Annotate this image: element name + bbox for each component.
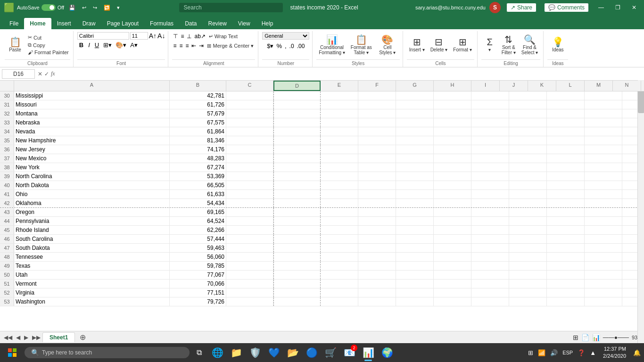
cell-col-c[interactable] [226, 280, 273, 288]
fill-color-button[interactable]: 🎨▾ [114, 41, 128, 49]
cell-col-l[interactable] [585, 109, 622, 118]
cell-col-k[interactable] [547, 136, 585, 145]
cell-state-name[interactable]: Rhode Island [14, 226, 170, 234]
cell-col-h[interactable] [434, 181, 471, 189]
cell-col-i[interactable] [471, 244, 509, 252]
row-number[interactable]: 36 [0, 145, 14, 154]
cell-col-g[interactable] [396, 163, 434, 172]
table-row[interactable]: 30Mississippi42,781 [0, 91, 644, 100]
cell-col-h[interactable] [434, 244, 471, 252]
cell-state-name[interactable]: Missouri [14, 100, 170, 109]
cell-col-g[interactable] [396, 181, 434, 189]
cell-col-e[interactable] [321, 226, 358, 234]
cell-col-h[interactable] [434, 118, 471, 127]
taskbar-search-bar[interactable]: 🔍 Type here to search [25, 347, 190, 358]
cell-col-k[interactable] [547, 226, 585, 234]
table-row[interactable]: 33Nebraska67,575 [0, 118, 644, 127]
cell-col-j[interactable] [509, 181, 547, 189]
tab-draw[interactable]: Draw [77, 18, 101, 29]
cell-col-e[interactable] [321, 181, 358, 189]
autosave-switch[interactable] [41, 4, 56, 11]
cell-col-k[interactable] [547, 235, 585, 243]
layout-normal-icon[interactable]: ⊞ [573, 334, 578, 341]
font-name-input[interactable] [77, 32, 129, 40]
cell-col-f[interactable] [358, 181, 396, 189]
col-header-m[interactable]: M [585, 81, 613, 91]
cell-col-j[interactable] [509, 145, 547, 154]
cell-col-d[interactable] [273, 288, 321, 297]
scroll-left-icon[interactable]: ◀◀ [2, 334, 14, 341]
cell-income-value[interactable]: 79,726 [170, 297, 226, 306]
cell-col-h[interactable] [434, 271, 471, 279]
cell-col-i[interactable] [471, 154, 509, 163]
cell-col-c[interactable] [226, 271, 273, 279]
cell-col-i[interactable] [471, 100, 509, 109]
cell-col-j[interactable] [509, 154, 547, 163]
cell-col-d[interactable] [273, 109, 321, 118]
cell-state-name[interactable]: New Hampshire [14, 136, 170, 145]
cell-col-j[interactable] [509, 288, 547, 297]
ideas-button[interactable]: 💡 Ideas [547, 36, 568, 54]
cell-col-g[interactable] [396, 127, 434, 136]
insert-function-icon[interactable]: fx [51, 70, 55, 77]
row-number[interactable]: 44 [0, 217, 14, 225]
cell-col-h[interactable] [434, 145, 471, 154]
tab-file[interactable]: File [4, 18, 24, 29]
taskbar-app-edge[interactable]: 🌐 [208, 344, 226, 362]
cell-col-e[interactable] [321, 288, 358, 297]
cell-state-name[interactable]: Virginia [14, 288, 170, 297]
tab-formulas[interactable]: Formulas [144, 18, 179, 29]
cell-col-h[interactable] [434, 262, 471, 270]
cell-income-value[interactable]: 59,463 [170, 244, 226, 252]
format-button[interactable]: ⊞ Format ▾ [451, 36, 474, 54]
cell-col-g[interactable] [396, 226, 434, 234]
cell-col-h[interactable] [434, 154, 471, 163]
cell-col-g[interactable] [396, 253, 434, 261]
cell-col-f[interactable] [358, 262, 396, 270]
sum-button[interactable]: Σ ▾ [481, 36, 498, 54]
row-number[interactable]: 32 [0, 109, 14, 118]
cell-col-g[interactable] [396, 136, 434, 145]
cell-col-h[interactable] [434, 91, 471, 100]
font-color-button[interactable]: A▾ [129, 41, 139, 49]
cell-col-j[interactable] [509, 226, 547, 234]
cell-col-e[interactable] [321, 154, 358, 163]
cell-col-k[interactable] [547, 199, 585, 207]
cell-col-j[interactable] [509, 253, 547, 261]
cell-col-g[interactable] [396, 297, 434, 306]
cell-col-l[interactable] [585, 288, 622, 297]
cell-col-j[interactable] [509, 190, 547, 198]
cell-col-l[interactable] [585, 136, 622, 145]
align-middle-button[interactable]: ≡ [180, 32, 185, 41]
cell-col-i[interactable] [471, 136, 509, 145]
cell-state-name[interactable]: North Dakota [14, 181, 170, 189]
cell-income-value[interactable]: 56,060 [170, 253, 226, 261]
cell-col-k[interactable] [547, 190, 585, 198]
cell-income-value[interactable]: 42,781 [170, 91, 226, 100]
cell-col-k[interactable] [547, 100, 585, 109]
cell-col-f[interactable] [358, 190, 396, 198]
cell-col-c[interactable] [226, 253, 273, 261]
row-number[interactable]: 50 [0, 271, 14, 279]
cell-col-e[interactable] [321, 109, 358, 118]
wrap-text-button[interactable]: ↵ Wrap Text [207, 33, 239, 40]
cell-col-k[interactable] [547, 253, 585, 261]
percent-button[interactable]: % [275, 41, 283, 50]
taskbar-app-mail[interactable]: 📧 2 [340, 344, 358, 362]
row-number[interactable]: 35 [0, 136, 14, 145]
cell-state-name[interactable]: New Mexico [14, 154, 170, 163]
table-row[interactable]: 38New York67,274 [0, 163, 644, 172]
cell-col-l[interactable] [585, 271, 622, 279]
format-as-table-button[interactable]: 📋 Format asTable ▾ [348, 33, 374, 57]
cell-col-f[interactable] [358, 271, 396, 279]
autosave-icon[interactable]: 🔁 [102, 4, 112, 12]
table-row[interactable]: 39North Carolina53,369 [0, 172, 644, 181]
cell-col-i[interactable] [471, 217, 509, 225]
table-row[interactable]: 44Pennsylvania64,524 [0, 217, 644, 226]
cell-col-c[interactable] [226, 181, 273, 189]
tab-data[interactable]: Data [179, 18, 202, 29]
cell-col-i[interactable] [471, 199, 509, 207]
tab-page-layout[interactable]: Page Layout [101, 18, 144, 29]
cell-col-g[interactable] [396, 154, 434, 163]
cell-col-k[interactable] [547, 127, 585, 136]
